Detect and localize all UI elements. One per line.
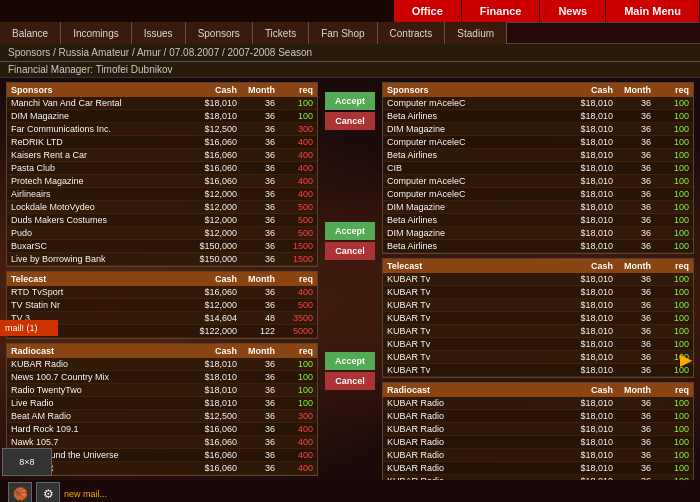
second-nav: Balance Incomings Issues Sponsors Ticket… (0, 22, 700, 44)
table-row[interactable]: DIM Magazine$18,01036100 (383, 227, 693, 240)
table-row[interactable]: Far Communications Inc.$12,50036300 (7, 123, 317, 136)
table-row[interactable]: RTD Sport$16,06036400 (7, 462, 317, 475)
table-row[interactable]: KUBAR Radio$18,01036100 (383, 397, 693, 410)
table-row[interactable]: CIB$18,01036100 (383, 162, 693, 175)
table-row[interactable]: KUBAR Tv$18,01036100 (383, 312, 693, 325)
table-row[interactable]: KUBAR Tv$18,01036100 (383, 364, 693, 377)
left-panel: Sponsors Cash Month req Manchi Van And C… (6, 82, 318, 502)
notification-count: mail! (1) (5, 323, 53, 333)
telecast-header-left: Telecast Cash Month req (7, 272, 317, 286)
player-icon[interactable]: 🏀 (8, 482, 32, 502)
nav-incomings-button[interactable]: Incomings (61, 22, 132, 44)
right-panel: Sponsors Cash Month req Computer mAceleC… (382, 82, 694, 502)
nav-contracts-button[interactable]: Contracts (378, 22, 446, 44)
table-row[interactable]: KUBAR Radio$18,01036100 (383, 462, 693, 475)
top-nav: Office Finance News Main Menu (0, 0, 700, 22)
sponsors-header-right: Sponsors Cash Month req (383, 83, 693, 97)
table-row[interactable]: Computer mAceleC$18,01036100 (383, 136, 693, 149)
nav-news-button[interactable]: News (540, 0, 605, 22)
nav-balance-button[interactable]: Balance (0, 22, 61, 44)
sponsors-section-right: Sponsors Cash Month req Computer mAceleC… (382, 82, 694, 254)
telecast-accept-cancel: Accept Cancel (325, 222, 375, 260)
nav-stadium-button[interactable]: Stadium (445, 22, 507, 44)
nav-issues-button[interactable]: Issues (132, 22, 186, 44)
table-row[interactable]: Computer mAceleC$18,01036100 (383, 175, 693, 188)
radiocast-cancel-button[interactable]: Cancel (325, 372, 375, 390)
right-arrow-icon[interactable]: ▶ (680, 350, 692, 369)
table-row[interactable]: KUBAR Tv$18,01036100 (383, 325, 693, 338)
table-row[interactable]: Radio Around the Universe$16,06036400 (7, 449, 317, 462)
table-row[interactable]: Live by Borrowing Bank$150,000361500 (7, 253, 317, 266)
settings-icon[interactable]: ⚙ (36, 482, 60, 502)
table-row[interactable]: KUBAR Tv$18,01036100 (383, 273, 693, 286)
mail-count-badge: 8×8 (19, 457, 34, 467)
nav-sponsors-button[interactable]: Sponsors (186, 22, 253, 44)
table-row[interactable]: TV Statin Nr$12,00036500 (7, 299, 317, 312)
nav-tickets-button[interactable]: Tickets (253, 22, 309, 44)
table-row[interactable]: KUBAR Radio$18,01036100 (7, 358, 317, 371)
table-row[interactable]: Kaisers Rent a Car$16,06036400 (7, 149, 317, 162)
table-row[interactable]: KUBAR Tv$18,01036100 (383, 286, 693, 299)
table-row[interactable]: KUBAR Tv$18,01036100 (383, 299, 693, 312)
table-row[interactable]: DIM Magazine$18,01036100 (383, 123, 693, 136)
sponsors-header-left: Sponsors Cash Month req (7, 83, 317, 97)
table-row[interactable]: KUBAR Radio$18,01036100 (383, 449, 693, 462)
table-row[interactable]: Hard Rock 109.1$16,06036400 (7, 423, 317, 436)
table-row[interactable]: Nawk 105.7$16,06036400 (7, 436, 317, 449)
bottom-icons-area: 8×8 (2, 448, 52, 478)
table-row[interactable]: DIM Magazine$18,01036100 (383, 201, 693, 214)
nav-finance-button[interactable]: Finance (462, 0, 540, 22)
table-row[interactable]: DIM Magazine$18,01036100 (7, 110, 317, 123)
table-row[interactable]: Computer mAceleC$18,01036100 (383, 188, 693, 201)
telecast-header-right: Telecast Cash Month req (383, 259, 693, 273)
breadcrumb: Sponsors / Russia Amateur / Amur / 07.08… (0, 44, 700, 62)
telecast-cancel-button[interactable]: Cancel (325, 242, 375, 260)
table-row[interactable]: Beat AM Radio$12,50036300 (7, 410, 317, 423)
table-row[interactable]: News 100.7 Country Mix$18,01036100 (7, 371, 317, 384)
nav-mainmenu-button[interactable]: Main Menu (606, 0, 699, 22)
table-row[interactable]: Beta Airlines$18,01036100 (383, 214, 693, 227)
table-row[interactable]: BuxarSC$150,000361500 (7, 240, 317, 253)
table-row[interactable]: Airlineairs$12,00036400 (7, 188, 317, 201)
table-row[interactable]: Lockdale MotoVydeo$12,00036500 (7, 201, 317, 214)
table-row[interactable]: KUBAR Tv$18,01036100 (383, 338, 693, 351)
financial-manager: Financial Manager: Timofei Dubnikov (0, 62, 700, 78)
table-row[interactable]: Computer mAceleC$18,01036100 (383, 97, 693, 110)
radiocast-header-left: Radiocast Cash Month req (7, 344, 317, 358)
table-row[interactable]: KUBAR Radio$18,01036100 (383, 436, 693, 449)
sponsors-accept-cancel: Accept Cancel (325, 92, 375, 130)
sponsors-accept-button[interactable]: Accept (325, 92, 375, 110)
sponsors-section-left: Sponsors Cash Month req Manchi Van And C… (6, 82, 318, 267)
bottom-bar: 🏀 ⚙ new mail... (0, 480, 700, 502)
table-row[interactable]: Beta Airlines$18,01036100 (383, 110, 693, 123)
radiocast-accept-button[interactable]: Accept (325, 352, 375, 370)
table-row[interactable]: Pasta Club$16,06036400 (7, 162, 317, 175)
table-row[interactable]: Manchi Van And Car Rental$18,01036100 (7, 97, 317, 110)
nav-office-button[interactable]: Office (394, 0, 461, 22)
table-row[interactable]: ReDRIK LTD$16,06036400 (7, 136, 317, 149)
telecast-accept-button[interactable]: Accept (325, 222, 375, 240)
table-row[interactable]: KUBAR Radio$18,01036100 (383, 410, 693, 423)
table-row[interactable]: KUBAR Tv$18,01036100 (383, 351, 693, 364)
nav-fanshop-button[interactable]: Fan Shop (309, 22, 377, 44)
radiocast-section-left: Radiocast Cash Month req KUBAR Radio$18,… (6, 343, 318, 476)
mail-icon-box[interactable]: 8×8 (2, 448, 52, 476)
middle-buttons: Accept Cancel Accept Cancel Accept Cance… (324, 82, 376, 502)
sponsors-cancel-button[interactable]: Cancel (325, 112, 375, 130)
table-row[interactable]: KUBAR Radio$18,01036100 (383, 423, 693, 436)
telecast-section-right: Telecast Cash Month req KUBAR Tv$18,0103… (382, 258, 694, 378)
radiocast-accept-cancel: Accept Cancel (325, 352, 375, 390)
table-row[interactable]: Protech Magazine$16,06036400 (7, 175, 317, 188)
table-row[interactable]: RTD TvSport$16,06036400 (7, 286, 317, 299)
table-row[interactable]: Live Radio$18,01036100 (7, 397, 317, 410)
radiocast-header-right: Radiocast Cash Month req (383, 383, 693, 397)
table-row[interactable]: Beta Airlines$18,01036100 (383, 149, 693, 162)
panels-area: Sponsors Cash Month req Manchi Van And C… (0, 78, 700, 502)
table-row[interactable]: Pudo$12,00036500 (7, 227, 317, 240)
table-row[interactable]: Radio TwentyTwo$18,01036100 (7, 384, 317, 397)
new-mail-label: new mail... (64, 489, 107, 499)
mail-notification: mail! (1) (0, 320, 58, 336)
table-row[interactable]: Beta Airlines$18,01036100 (383, 240, 693, 253)
table-row[interactable]: Duds Makers Costumes$12,00036500 (7, 214, 317, 227)
